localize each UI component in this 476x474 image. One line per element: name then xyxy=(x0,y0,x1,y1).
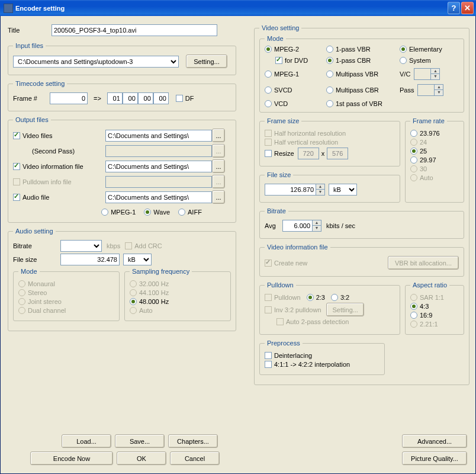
mode-vcd[interactable]: VCD xyxy=(265,100,324,107)
sample-44: 44.100 Hz xyxy=(130,289,169,296)
picture-quality-button[interactable]: Picture Quality... xyxy=(402,451,467,465)
audio-fmt-wave[interactable]: Wave xyxy=(144,209,170,216)
dialog-body: Title Input files C:\Documents and Setti… xyxy=(0,16,476,474)
audio-filesize-unit[interactable]: kB xyxy=(123,254,152,265)
aspect-legend: Aspect ratio xyxy=(410,281,449,289)
df-checkbox[interactable]: DF xyxy=(176,95,194,102)
tc-mins[interactable] xyxy=(123,92,138,104)
input-files-legend: Input files xyxy=(13,42,46,49)
rate-23[interactable]: 23.976 xyxy=(410,130,440,137)
audio-filesize-label: File size xyxy=(13,256,60,263)
mode-1pass-cbr[interactable]: 1-pass CBR xyxy=(326,57,397,64)
aspect-43[interactable]: 4:3 xyxy=(410,303,429,310)
pulldown-checkbox: Pulldown xyxy=(265,294,301,301)
mode-stereo: Stereo xyxy=(18,289,47,296)
kbps-label: kbps xyxy=(102,242,125,249)
deinterlacing-checkbox[interactable]: Deinterlacing xyxy=(265,352,312,359)
sample-48[interactable]: 48.000 Hz xyxy=(130,298,169,305)
audio-file-path[interactable] xyxy=(105,191,212,203)
resize-h xyxy=(327,148,348,159)
pass-label: Pass xyxy=(400,87,414,94)
auto2pass-checkbox: Auto 2-pass detection xyxy=(276,318,349,325)
encode-now-button[interactable]: Encode Now xyxy=(30,451,113,465)
add-crc-checkbox: Add CRC xyxy=(125,242,162,249)
tc-hours[interactable] xyxy=(107,92,123,104)
close-button[interactable]: ✕ xyxy=(461,2,474,14)
output-files-group: Output files Video files ... (Second Pas… xyxy=(8,116,236,223)
load-button[interactable]: Load... xyxy=(62,434,111,448)
resize-checkbox[interactable]: Resize xyxy=(265,150,294,157)
for-dvd-checkbox[interactable]: for DVD xyxy=(265,57,324,64)
file-size-input[interactable] xyxy=(265,184,316,196)
video-info-browse[interactable]: ... xyxy=(212,159,225,173)
file-size-legend: File size xyxy=(265,171,293,178)
mode-mpeg2[interactable]: MPEG-2 xyxy=(265,46,324,53)
video-files-checkbox[interactable]: Video files xyxy=(13,132,105,139)
rate-30: 30 xyxy=(410,165,427,172)
input-file-combo[interactable]: C:\Documents and Settings\uptodown-3 xyxy=(13,56,179,68)
mode-svcd[interactable]: SVCD xyxy=(265,84,324,96)
pulldown-32[interactable]: 3:2 xyxy=(331,294,349,301)
mode-multipass-vbr[interactable]: Multipass VBR xyxy=(326,68,397,80)
audio-filesize-input[interactable] xyxy=(60,254,120,265)
file-size-group: File size ▲▼ kB xyxy=(259,171,400,203)
title-label: Title xyxy=(8,27,52,34)
bitrate-input[interactable] xyxy=(282,220,312,232)
create-new-checkbox: Create new xyxy=(265,260,307,267)
frame-size-legend: Frame size xyxy=(265,117,301,124)
interpolation-checkbox[interactable]: 4:1:1 -> 4:2:2 interpolation xyxy=(265,361,350,368)
audio-fmt-aiff[interactable]: AIFF xyxy=(178,209,202,216)
mode-multipass-cbr[interactable]: Multipass CBR xyxy=(326,84,397,96)
audio-setting-legend: Audio setting xyxy=(13,228,56,235)
tc-frames[interactable] xyxy=(153,92,169,104)
audio-file-checkbox[interactable]: Audio file xyxy=(13,194,105,201)
chapters-button[interactable]: Chapters... xyxy=(168,434,218,448)
video-setting-group: Video setting Mode MPEG-2 1-pass VBR Ele… xyxy=(254,24,469,385)
half-h-checkbox: Half horizontal resolution xyxy=(265,130,346,137)
mode-dual: Dual channel xyxy=(18,307,66,314)
mode-1st-pass-vbr[interactable]: 1st pass of VBR xyxy=(326,100,397,107)
input-files-group: Input files C:\Documents and Settings\up… xyxy=(8,42,236,75)
rate-auto: Auto xyxy=(410,174,433,181)
ok-button[interactable]: OK xyxy=(117,451,166,465)
video-setting-legend: Video setting xyxy=(259,24,301,31)
rate-25[interactable]: 25 xyxy=(410,148,427,155)
video-files-browse[interactable]: ... xyxy=(212,129,225,142)
title-input[interactable] xyxy=(52,24,217,36)
timecode-group: Timecode setting Frame # => DF xyxy=(8,80,236,111)
pulldown-info-path xyxy=(105,176,212,188)
bitrate-legend: Bitrate xyxy=(265,207,288,214)
audio-fmt-mpeg1[interactable]: MPEG-1 xyxy=(101,209,136,216)
frame-size-group: Frame size Half horizontal resolution Ha… xyxy=(259,117,400,166)
frame-rate-legend: Frame rate xyxy=(410,117,447,124)
video-files-path[interactable] xyxy=(105,130,212,142)
advanced-button[interactable]: Advanced... xyxy=(402,434,467,448)
preprocess-legend: Preprocess xyxy=(265,340,303,347)
rate-24: 24 xyxy=(410,139,427,146)
input-setting-button[interactable]: Setting... xyxy=(186,55,227,68)
vc-spinner xyxy=(414,68,430,80)
frame-num-label: Frame # xyxy=(13,95,50,102)
mode-elementary[interactable]: Elementary xyxy=(400,46,459,53)
second-pass-path xyxy=(105,145,212,157)
vc-label: V/C xyxy=(400,71,410,78)
pulldown-legend: Pulldown xyxy=(265,281,296,289)
video-mode-legend: Mode xyxy=(265,35,286,42)
video-info-checkbox[interactable]: Video information file xyxy=(13,163,105,170)
bitrate-group: Bitrate Avg ▲▼ kbits / sec xyxy=(259,207,464,239)
inv32-checkbox: Inv 3:2 pulldown xyxy=(265,306,321,313)
video-info-path[interactable] xyxy=(105,161,212,172)
cancel-button[interactable]: Cancel xyxy=(170,451,220,465)
help-button[interactable]: ? xyxy=(448,2,460,14)
save-button[interactable]: Save... xyxy=(115,434,165,448)
mode-mpeg1[interactable]: MPEG-1 xyxy=(265,68,324,80)
audio-file-browse[interactable]: ... xyxy=(212,190,225,204)
frame-num-input[interactable] xyxy=(50,92,88,104)
tc-secs[interactable] xyxy=(138,92,153,104)
mode-1pass-vbr[interactable]: 1-pass VBR xyxy=(326,46,397,53)
rate-29[interactable]: 29.97 xyxy=(410,156,436,164)
file-size-unit[interactable]: kB xyxy=(329,184,357,196)
aspect-169[interactable]: 16:9 xyxy=(410,312,432,319)
mode-system[interactable]: System xyxy=(400,57,459,64)
pulldown-23[interactable]: 2:3 xyxy=(307,294,325,301)
